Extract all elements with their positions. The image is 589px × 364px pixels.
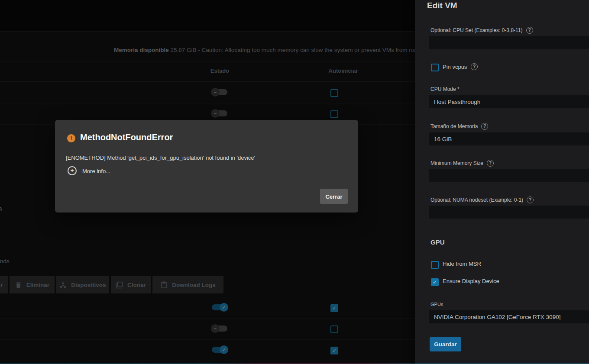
- toggle-thumb-icon: [211, 109, 220, 118]
- pin-vcpus-checkbox[interactable]: [431, 64, 439, 71]
- download-logs-button-label: Download Logs: [172, 282, 216, 288]
- toggle-thumb-icon: [211, 324, 220, 333]
- memory-size-label-text: Tamaño de Memoria: [430, 123, 478, 129]
- cpu-mode-select[interactable]: [429, 95, 589, 108]
- help-icon[interactable]: [487, 160, 494, 167]
- device-hub-icon: [59, 281, 67, 289]
- cpu-mode-label: CPU Mode *: [430, 86, 460, 92]
- clone-button[interactable]: Clonar: [111, 276, 151, 293]
- close-dialog-button[interactable]: Cerrar: [320, 189, 348, 204]
- devices-button-label: Dispositivos: [71, 282, 106, 288]
- pin-vcpus-label: Pin vcpus: [443, 63, 478, 70]
- truncated-value: 3: [0, 206, 2, 213]
- save-button[interactable]: Guardar: [430, 337, 461, 351]
- autostart-checkbox[interactable]: [330, 110, 338, 118]
- help-icon[interactable]: [526, 27, 533, 34]
- toggle-thumb-icon: [220, 345, 228, 354]
- vm-state-toggle[interactable]: [212, 110, 227, 116]
- warning-icon: [67, 134, 75, 142]
- trash-icon: [15, 281, 22, 289]
- divider: [415, 21, 589, 21]
- min-memory-label-text: Minimum Memory Size: [430, 160, 483, 166]
- clipboard-icon: [160, 281, 168, 289]
- toggle-thumb-icon: [220, 303, 228, 312]
- error-dialog: MethodNotFoundError [ENOMETHOD] Method '…: [55, 120, 358, 213]
- clone-button-label: Clonar: [127, 282, 146, 288]
- vm-state-toggle[interactable]: [212, 304, 227, 310]
- numa-nodeset-label: Optional: NUMA nodeset (Example: 0-1): [430, 196, 534, 203]
- hide-from-msr-checkbox[interactable]: [431, 261, 439, 269]
- dialog-title: MethodNotFoundError: [80, 132, 173, 142]
- divider: [0, 81, 415, 82]
- min-memory-label: Minimum Memory Size: [430, 160, 494, 167]
- delete-button-label: Eliminar: [26, 282, 49, 288]
- numa-nodeset-input[interactable]: [429, 206, 589, 219]
- autostart-checkbox[interactable]: [330, 347, 338, 354]
- divider: [0, 318, 415, 319]
- column-header-autostart: Autoiniciar: [323, 68, 364, 74]
- gpus-label: GPUs: [430, 302, 443, 307]
- header-band: [0, 0, 415, 32]
- cpu-set-label: Optional: CPU Set (Examples: 0-3,8-11): [430, 27, 533, 34]
- divider: [0, 297, 415, 297]
- devices-button[interactable]: Dispositivos: [56, 276, 109, 293]
- pin-vcpus-label-text: Pin vcpus: [443, 64, 467, 70]
- vm-state-toggle[interactable]: [212, 325, 227, 332]
- autostart-checkbox[interactable]: [330, 304, 338, 312]
- autostart-checkbox[interactable]: [330, 325, 338, 333]
- cpu-set-input[interactable]: [429, 36, 589, 49]
- vm-state-toggle[interactable]: [212, 347, 227, 353]
- delete-button[interactable]: Eliminar: [10, 276, 55, 293]
- vm-state-toggle[interactable]: [212, 89, 227, 95]
- available-memory-notice: Memoria disponible 25.87 GiB - Caution: …: [114, 47, 430, 53]
- numa-nodeset-label-text: Optional: NUMA nodeset (Example: 0-1): [430, 197, 523, 203]
- ensure-display-device-checkbox[interactable]: [431, 278, 439, 286]
- truncated-button-label: r: [0, 282, 3, 288]
- divider: [0, 361, 415, 361]
- download-logs-button[interactable]: Download Logs: [152, 276, 223, 293]
- hide-from-msr-label: Hide from MSR: [443, 261, 481, 267]
- min-memory-input[interactable]: [429, 169, 589, 182]
- divider: [0, 339, 415, 340]
- help-icon[interactable]: [527, 196, 534, 203]
- expand-more-info-icon[interactable]: [68, 166, 77, 175]
- clone-icon: [116, 281, 123, 289]
- help-icon[interactable]: [481, 123, 488, 130]
- help-icon[interactable]: [471, 63, 478, 70]
- column-header-state: Estado: [199, 68, 240, 74]
- toggle-thumb-icon: [211, 88, 220, 97]
- edit-vm-panel: Edit VM Optional: CPU Set (Examples: 0-3…: [415, 0, 589, 364]
- truncated-toolbar-button[interactable]: r: [0, 276, 8, 293]
- gpu-section-heading: GPU: [430, 238, 445, 246]
- ensure-display-device-label-text: Ensure Display Device: [443, 278, 499, 284]
- truncated-text: nds: [0, 258, 10, 264]
- gpus-select[interactable]: [429, 310, 589, 323]
- memory-size-label: Tamaño de Memoria: [430, 123, 488, 130]
- divider: [0, 103, 415, 103]
- cpu-mode-label-text: CPU Mode *: [430, 86, 460, 92]
- cpu-set-label-text: Optional: CPU Set (Examples: 0-3,8-11): [430, 27, 523, 33]
- divider: [0, 61, 415, 61]
- autostart-checkbox[interactable]: [330, 89, 338, 97]
- memory-size-input[interactable]: [429, 132, 589, 145]
- more-info-link[interactable]: More info...: [82, 168, 110, 174]
- panel-title: Edit VM: [427, 1, 457, 10]
- hide-from-msr-label-text: Hide from MSR: [443, 261, 481, 267]
- available-memory-label: Memoria disponible: [114, 47, 169, 53]
- available-memory-text: 25.87 GiB - Caution: Allocating too much…: [171, 47, 430, 53]
- dialog-message: [ENOMETHOD] Method 'get_pci_ids_for_gpu_…: [66, 155, 255, 161]
- ensure-display-device-label: Ensure Display Device: [443, 278, 499, 284]
